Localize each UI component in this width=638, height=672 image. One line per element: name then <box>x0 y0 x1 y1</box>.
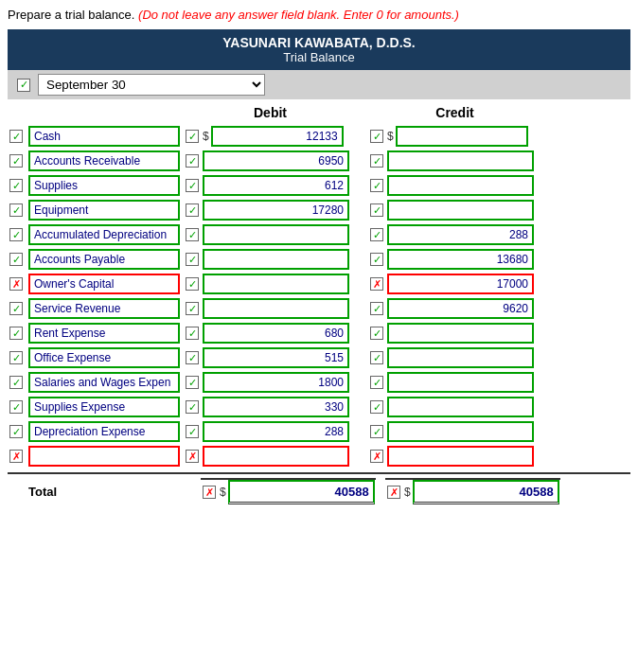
account-check-cell: ✗ <box>8 277 25 291</box>
credit-amount-input[interactable] <box>387 150 534 171</box>
credit-amount-input[interactable] <box>387 397 534 417</box>
row-check-icon: ✓ <box>186 302 199 315</box>
account-check-cell: ✓ <box>8 425 25 438</box>
account-name-input[interactable] <box>28 421 180 442</box>
account-name-input[interactable] <box>28 224 180 245</box>
row-check-icon: ✓ <box>370 154 383 168</box>
credit-cell: ✓ <box>368 298 543 319</box>
debit-amount-input[interactable] <box>203 274 349 294</box>
debit-cell: ✓ <box>184 421 359 442</box>
debit-amount-input[interactable] <box>203 397 349 417</box>
credit-dollar-sign: $ <box>387 130 394 143</box>
credit-amount-input[interactable] <box>387 249 534 270</box>
debit-amount-input[interactable] <box>203 421 349 442</box>
table-row: ✓ ✓ ✓ <box>8 370 630 395</box>
debit-cell: ✓ <box>184 347 359 368</box>
date-select[interactable]: September 30October 31November 30Decembe… <box>38 74 265 96</box>
debit-amount-input[interactable] <box>203 175 349 196</box>
credit-amount-input[interactable] <box>387 175 534 196</box>
credit-cell: ✗ <box>368 274 543 294</box>
debit-amount-input[interactable] <box>211 126 344 147</box>
row-check-icon: ✓ <box>370 425 383 438</box>
row-check-icon: ✓ <box>186 351 199 364</box>
row-check-icon: ✓ <box>370 351 383 364</box>
credit-amount-input[interactable] <box>387 446 534 467</box>
debit-check-cell: ✓ <box>184 351 201 364</box>
account-name-input[interactable] <box>28 249 180 270</box>
credit-cell: ✓ <box>368 224 543 245</box>
account-name-input[interactable] <box>28 126 180 147</box>
debit-check-cell: ✓ <box>184 302 201 315</box>
account-check-cell: ✗ <box>8 450 25 463</box>
account-name-input[interactable] <box>28 372 180 393</box>
account-name-input[interactable] <box>28 347 180 368</box>
account-name-input[interactable] <box>28 274 180 294</box>
credit-check-cell: ✓ <box>368 425 385 438</box>
credit-cell: ✓ $ <box>368 126 543 147</box>
credit-amount-input[interactable] <box>387 224 534 245</box>
account-name-input[interactable] <box>28 175 180 196</box>
account-name-input[interactable] <box>28 446 180 467</box>
total-debit-input[interactable] <box>228 480 375 504</box>
debit-column-header: Debit <box>183 105 358 120</box>
total-label: Total <box>28 485 197 499</box>
credit-amount-input[interactable] <box>387 274 534 294</box>
credit-amount-input[interactable] <box>387 347 534 368</box>
row-check-icon: ✓ <box>370 228 383 241</box>
account-check-cell: ✓ <box>8 327 25 340</box>
row-check-icon: ✓ <box>9 154 23 168</box>
debit-check-cell: ✓ <box>184 277 201 291</box>
row-check-icon: ✓ <box>186 400 199 414</box>
report-title: Trial Balance <box>11 50 627 64</box>
row-check-icon: ✓ <box>9 130 23 143</box>
credit-amount-input[interactable] <box>387 298 534 319</box>
credit-check-cell: ✓ <box>368 351 385 364</box>
table-row: ✓ ✓ ✓ <box>8 222 630 247</box>
account-name-input[interactable] <box>28 298 180 319</box>
total-debit-check: ✗ <box>201 486 218 499</box>
debit-cell: ✓ <box>184 323 359 344</box>
account-name-input[interactable] <box>28 323 180 344</box>
debit-cell: ✓ <box>184 372 359 393</box>
account-name-input[interactable] <box>28 150 180 171</box>
credit-column-header: Credit <box>367 105 542 120</box>
row-check-icon: ✓ <box>9 425 23 438</box>
table-row: ✓ ✓ ✓ <box>8 173 630 198</box>
debit-amount-input[interactable] <box>203 224 349 245</box>
debit-amount-input[interactable] <box>203 200 349 221</box>
account-name-input[interactable] <box>28 397 180 417</box>
debit-cell: ✓ <box>184 175 359 196</box>
credit-amount-input[interactable] <box>387 421 534 442</box>
debit-amount-input[interactable] <box>203 249 349 270</box>
row-check-icon: ✓ <box>370 203 383 217</box>
credit-check-cell: ✓ <box>368 327 385 340</box>
total-credit-input[interactable] <box>413 480 559 504</box>
credit-check-cell: ✓ <box>368 400 385 414</box>
debit-check-cell: ✓ <box>184 154 201 168</box>
company-header: YASUNARI KAWABATA, D.D.S. Trial Balance <box>8 29 630 70</box>
debit-amount-input[interactable] <box>203 323 349 344</box>
account-name-input[interactable] <box>28 200 180 221</box>
account-check-cell: ✓ <box>8 253 25 266</box>
row-check-icon: ✓ <box>9 351 23 364</box>
credit-amount-input[interactable] <box>387 323 534 344</box>
debit-amount-input[interactable] <box>203 347 349 368</box>
debit-cell: ✓ <box>184 224 359 245</box>
credit-cell: ✓ <box>368 397 543 417</box>
row-check-icon: ✓ <box>9 376 23 389</box>
row-check-icon: ✓ <box>186 154 199 168</box>
debit-amount-input[interactable] <box>203 298 349 319</box>
debit-amount-input[interactable] <box>203 372 349 393</box>
date-check: ✓ <box>15 79 32 92</box>
credit-amount-input[interactable] <box>396 126 528 147</box>
row-check-icon: ✓ <box>9 327 23 340</box>
debit-amount-input[interactable] <box>203 446 349 467</box>
debit-check-cell: ✓ <box>184 327 201 340</box>
debit-cell: ✓ <box>184 298 359 319</box>
account-check-cell: ✓ <box>8 154 25 168</box>
table-row: ✓ ✓ ✓ <box>8 395 630 419</box>
debit-amount-input[interactable] <box>203 150 349 171</box>
credit-amount-input[interactable] <box>387 372 534 393</box>
credit-amount-input[interactable] <box>387 200 534 221</box>
date-row: ✓ September 30October 31November 30Decem… <box>8 70 630 99</box>
